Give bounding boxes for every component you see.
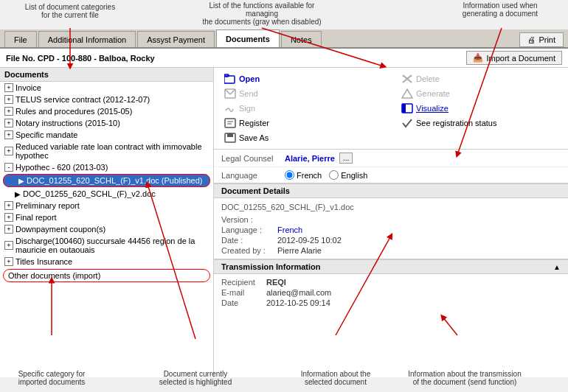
tree-item-other[interactable]: Other documents (import) [3,269,210,282]
date-detail-label: Date : [221,236,273,245]
doc-arrow-icon: ▶ [18,177,24,185]
svg-rect-12 [402,104,406,113]
svg-rect-7 [227,133,233,137]
scroll-up-icon: ▲ [553,263,561,271]
tree-item-doc-v1[interactable]: ▶ DOC_01255_620_SCHL_(F)_v1.doc (Publish… [3,174,210,187]
recipient-value: REQI [266,278,286,287]
visualize-icon [401,103,413,113]
created-by-value: Pierre Alarie [277,246,322,255]
trans-date-row: Date 2012-10-25 09:14 [221,298,561,308]
expand-icon: + [4,241,13,250]
tree-item-reduced[interactable]: + Reduced variable rate loan contract wi… [0,141,213,161]
printer-icon: 🖨 [527,35,536,44]
tree-item-telus[interactable]: + TELUS service contract (2012-12-07) [0,94,213,105]
expand-icon: + [4,225,13,234]
language-english-option[interactable]: English [329,170,367,180]
language-french-option[interactable]: French [285,170,322,180]
actions-grid: Open Send [221,72,561,144]
top-annotation-2: List of the functions available for mana… [195,1,328,26]
svg-rect-3 [225,119,235,127]
doc-arrow-icon: ▶ [15,190,21,198]
tree-item-specific[interactable]: + Specific mandate [0,129,213,141]
recipient-label: Recipient [221,278,262,287]
tab-file[interactable]: File [4,31,37,47]
tab-documents[interactable]: Documents [216,29,280,47]
documents-panel: Documents + Invoice + TELUS service cont… [0,68,214,377]
right-panel: Open Send [214,68,568,377]
expand-icon: + [4,83,13,92]
top-annotation-3: Information used whengenerating a docume… [441,1,559,18]
language-row: Language French English [214,167,568,183]
check-icon [401,118,413,128]
legal-counsel-row: Legal Counsel Alarie, Pierre ... [214,150,568,167]
sign-button[interactable]: Sign [221,102,384,115]
date-detail-row: Date : 2012-09-25 10:02 [221,235,561,245]
tree-item-preliminary[interactable]: + Preliminary report [0,200,213,211]
register-icon [224,118,236,128]
tree-item-downpayment[interactable]: + Downpayment coupon(s) [0,223,213,235]
email-value: alarieq@mail.com [266,288,331,297]
tree-item-doc-v2[interactable]: ▶ DOC_01255_620_SCHL_(F)_v2.doc [0,188,213,200]
created-by-label: Created by : [221,246,273,255]
expand-icon: + [4,257,13,266]
language-english-radio[interactable] [329,170,339,180]
expand-icon: + [4,201,13,210]
file-number: File No. CPD - 100-880 - Balboa, Rocky [6,54,155,63]
generate-icon [401,88,413,99]
delete-button[interactable]: Delete [398,72,561,85]
print-button[interactable]: 🖨 Print [519,32,564,47]
register-button[interactable]: Register [221,116,384,130]
import-document-button[interactable]: 📥 Import a Document [466,51,562,65]
email-row: E-mail alarieq@mail.com [221,287,561,298]
generate-button[interactable]: Generate [398,87,561,100]
delete-icon [401,74,413,84]
documents-panel-header: Documents [0,68,213,82]
expand-icon: + [4,130,13,139]
tree-item-titles[interactable]: + Titles Insurance [0,256,213,267]
document-details-section: DOC_01255_620_SCHL_(F)_v1.doc Version : … [214,198,568,259]
tree-item-invoice[interactable]: + Invoice [0,82,213,94]
language-french-radio[interactable] [285,170,294,180]
tabs-row: File Additional Information Assyst Payme… [0,29,568,49]
tree-item-rules[interactable]: + Rules and procedures (2015-05) [0,105,213,117]
language-detail-label: Language : [221,225,273,234]
svg-marker-10 [402,89,412,98]
version-row: Version : [221,214,561,225]
expand-icon: + [4,213,13,222]
open-button[interactable]: Open [221,72,384,85]
expand-icon: + [4,107,13,116]
expand-icon: - [4,163,13,172]
see-registration-button[interactable]: See registration status [398,116,561,130]
tree-item-hypothec[interactable]: - Hypothec - 620 (2013-03) [0,161,213,173]
legal-counsel-picker-button[interactable]: ... [339,153,353,164]
language-detail-value: French [277,225,302,234]
save-as-button[interactable]: Save As [221,131,384,144]
language-radio-group: French English [285,170,367,180]
tab-notes[interactable]: Notes [281,31,322,47]
content-area: Documents + Invoice + TELUS service cont… [0,68,568,377]
tab-payment[interactable]: Assyst Payment [137,31,215,47]
tree-item-final[interactable]: + Final report [0,211,213,223]
tree-item-discharge[interactable]: + Discharge(100460) succursale 44456 reg… [0,235,213,256]
send-icon [224,88,236,99]
visualize-button[interactable]: Visualize [398,102,561,115]
top-annotation-1: List of document categoriesfor the curre… [22,3,118,19]
email-label: E-mail [221,288,262,297]
trans-date-label: Date [221,298,262,307]
recipient-row: Recipient REQI [221,277,561,287]
sign-icon [224,103,236,113]
import-icon: 📥 [473,53,483,63]
expand-icon: + [4,119,13,127]
doc-filename: DOC_01255_620_SCHL_(F)_v1.doc [221,201,561,214]
transmission-header: Transmission Information ▲ [214,259,568,274]
language-label: Language [221,171,280,180]
open-icon [224,74,236,84]
save-as-icon [224,133,236,143]
tree-item-notary[interactable]: + Notary instructions (2015-10) [0,117,213,129]
tab-additional[interactable]: Additional Information [38,31,136,47]
expand-icon: + [4,95,13,104]
date-detail-value: 2012-09-25 10:02 [277,236,342,245]
version-label: Version : [221,215,273,224]
send-button[interactable]: Send [221,87,384,100]
language-detail-row: Language : French [221,225,561,235]
